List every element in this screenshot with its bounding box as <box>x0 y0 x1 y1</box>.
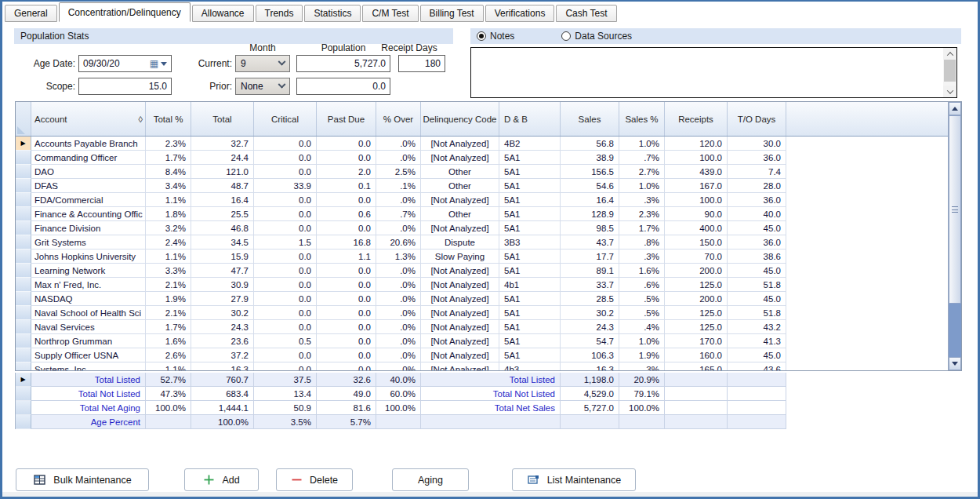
grid-cell[interactable]: 5A1 <box>499 221 561 235</box>
grid-cell[interactable]: 36.0 <box>728 193 786 207</box>
grid-cell[interactable]: 37.2 <box>191 348 254 362</box>
grid-cell[interactable]: 0.0 <box>317 221 376 235</box>
grid-cell[interactable]: 47.7 <box>191 264 254 278</box>
column-header-delinquency-code[interactable]: Delinquency Code <box>421 102 499 136</box>
grid-cell[interactable]: 121.0 <box>191 165 254 179</box>
grid-cell[interactable]: [Not Analyzed] <box>421 334 499 348</box>
grid-cell[interactable]: 4B2 <box>499 137 561 151</box>
grid-cell[interactable]: 1.1% <box>146 193 191 207</box>
grid-cell[interactable]: 0.0 <box>317 348 376 362</box>
grid-cell[interactable]: 36.0 <box>728 235 786 250</box>
grid-cell[interactable]: 156.5 <box>561 165 619 179</box>
grid-cell[interactable]: [Not Analyzed] <box>421 137 499 151</box>
row-selector-cell[interactable] <box>16 165 31 179</box>
tab-cm-test[interactable]: C/M Test <box>362 5 418 22</box>
add-button[interactable]: Add <box>184 468 259 491</box>
grid-cell[interactable]: Learning Network <box>31 264 146 278</box>
grid-cell[interactable]: 1.1 <box>317 250 376 264</box>
grid-cell[interactable]: .0% <box>376 292 421 306</box>
prior-population-field[interactable]: 0.0 <box>296 78 390 95</box>
grid-cell[interactable]: 16.8 <box>317 235 376 250</box>
grid-cell[interactable]: 38.9 <box>561 151 619 165</box>
grid-cell[interactable]: 5A1 <box>499 151 561 165</box>
grid-cell[interactable]: 45.0 <box>728 221 786 235</box>
grid-cell[interactable]: .0% <box>376 151 421 165</box>
grid-cell[interactable]: 0.0 <box>254 348 317 362</box>
grid-cell[interactable]: 17.7 <box>561 250 619 264</box>
grid-cell[interactable]: 106.3 <box>561 348 619 362</box>
grid-cell[interactable]: [Not Analyzed] <box>421 292 499 306</box>
grid-cell[interactable]: .0% <box>376 278 421 292</box>
grid-cell[interactable]: 5A1 <box>499 264 561 278</box>
grid-cell[interactable]: 16.4 <box>561 193 619 207</box>
grid-cell[interactable]: [Not Analyzed] <box>421 193 499 207</box>
grid-cell[interactable]: 1.9% <box>146 292 191 306</box>
grid-cell[interactable]: Naval Services <box>31 320 146 334</box>
column-header-receipts[interactable]: Receipts <box>665 102 728 136</box>
grid-cell[interactable]: 2.4% <box>146 235 191 250</box>
grid-cell[interactable]: Finance & Accounting Offic <box>31 207 146 221</box>
grid-cell[interactable]: .6% <box>619 278 665 292</box>
grid-cell[interactable]: .5% <box>619 306 665 320</box>
grid-cell[interactable]: Finance Division <box>31 221 146 235</box>
grid-cell[interactable]: [Not Analyzed] <box>421 362 499 370</box>
grid-cell[interactable]: 0.0 <box>254 278 317 292</box>
grid-cell[interactable]: 120.0 <box>665 137 728 151</box>
grid-cell[interactable]: 0.0 <box>254 207 317 221</box>
grid-cell[interactable]: 439.0 <box>665 165 728 179</box>
grid-cell[interactable]: 51.8 <box>728 306 786 320</box>
grid-cell[interactable]: 3.2% <box>146 221 191 235</box>
grid-cell[interactable]: 45.0 <box>728 292 786 306</box>
aging-button[interactable]: Aging <box>392 468 469 491</box>
grid-cell[interactable]: 3B3 <box>499 235 561 250</box>
column-header-d-and-b[interactable]: D & B <box>499 102 561 136</box>
row-selector-cell[interactable] <box>16 348 31 362</box>
scroll-thumb[interactable] <box>949 115 961 304</box>
grid-cell[interactable]: 0.0 <box>317 292 376 306</box>
grid-cell[interactable]: 24.3 <box>191 320 254 334</box>
grid-cell[interactable]: 160.0 <box>665 348 728 362</box>
grid-cell[interactable]: 23.6 <box>191 334 254 348</box>
radio-selected-icon[interactable] <box>477 31 486 41</box>
grid-cell[interactable]: 30.9 <box>191 278 254 292</box>
grid-cell[interactable]: 2.3% <box>146 137 191 151</box>
grid-cell[interactable]: Other <box>421 207 499 221</box>
grid-cell[interactable]: 0.0 <box>254 165 317 179</box>
grid-cell[interactable]: FDA/Commercial <box>31 193 146 207</box>
grid-cell[interactable]: 1.7% <box>146 320 191 334</box>
grid-cell[interactable]: .5% <box>619 292 665 306</box>
grid-cell[interactable]: 45.0 <box>728 264 786 278</box>
grid-cell[interactable]: 5A1 <box>499 165 561 179</box>
grid-cell[interactable]: 89.1 <box>561 264 619 278</box>
grid-cell[interactable]: .0% <box>376 348 421 362</box>
grid-cell[interactable]: 16.3 <box>561 362 619 370</box>
tab-billing-test[interactable]: Billing Test <box>420 5 484 22</box>
row-selector-cell[interactable] <box>16 278 31 292</box>
grid-cell[interactable]: 1.8% <box>146 207 191 221</box>
grid-cell[interactable]: [Not Analyzed] <box>421 306 499 320</box>
grid-cell[interactable]: 150.0 <box>665 235 728 250</box>
grid-cell[interactable]: 1.0% <box>619 179 665 193</box>
grid-corner-cell[interactable] <box>16 102 31 136</box>
grid-cell[interactable]: 48.7 <box>191 179 254 193</box>
grid-cell[interactable]: 0.0 <box>317 306 376 320</box>
column-header-account[interactable]: Account ◊ <box>31 102 146 136</box>
row-selector-cell[interactable] <box>16 250 31 264</box>
grid-cell[interactable]: 28.5 <box>561 292 619 306</box>
grid-cell[interactable]: 0.0 <box>317 264 376 278</box>
grid-cell[interactable]: 2.3% <box>619 207 665 221</box>
grid-cell[interactable]: 0.0 <box>254 137 317 151</box>
tab-concentration-delinquency[interactable]: Concentration/Delinquency <box>59 2 191 22</box>
grid-cell[interactable]: [Not Analyzed] <box>421 348 499 362</box>
grid-cell[interactable]: .1% <box>376 179 421 193</box>
grid-cell[interactable]: .7% <box>376 207 421 221</box>
grid-cell[interactable]: .3% <box>619 250 665 264</box>
grid-cell[interactable]: 1.7% <box>619 221 665 235</box>
grid-cell[interactable]: 16.3 <box>191 362 254 370</box>
grid-cell[interactable]: Other <box>421 165 499 179</box>
grid-cell[interactable]: 128.9 <box>561 207 619 221</box>
grid-cell[interactable]: 1.1% <box>146 250 191 264</box>
row-selector-cell[interactable] <box>16 221 31 235</box>
column-header-pct-over[interactable]: % Over <box>376 102 421 136</box>
grid-cell[interactable]: 3.4% <box>146 179 191 193</box>
